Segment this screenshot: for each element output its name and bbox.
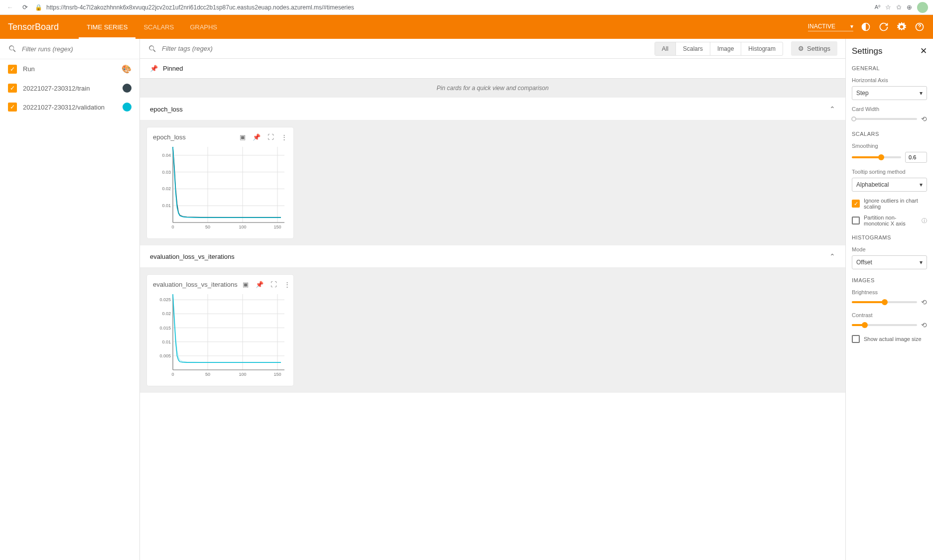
fit-icon[interactable]: ▣: [243, 281, 249, 288]
more-icon[interactable]: ⋮: [281, 133, 287, 141]
close-icon[interactable]: ✕: [920, 46, 927, 56]
refresh-data-icon[interactable]: [878, 21, 889, 32]
chevron-down-icon: ▾: [850, 23, 853, 30]
fullscreen-icon[interactable]: ⛶: [270, 281, 277, 288]
read-aloud-icon[interactable]: A⁰: [875, 4, 880, 10]
svg-text:0.02: 0.02: [162, 311, 171, 316]
pin-icon[interactable]: 📌: [253, 133, 261, 141]
favorite-icon[interactable]: ☆: [885, 3, 891, 11]
chart-eval-loss[interactable]: 0.0050.010.0150.020.025050100150: [153, 292, 287, 380]
tooltip-sort-label: Tooltip sorting method: [852, 169, 927, 175]
tag-filter-input[interactable]: [162, 45, 655, 52]
reset-icon[interactable]: ⟲: [921, 298, 927, 306]
chart-card-eval-loss: evaluation_loss_vs_iterations ▣ 📌 ⛶ ⋮ 0.…: [147, 275, 293, 386]
brightness-slider[interactable]: [852, 301, 917, 303]
palette-icon[interactable]: 🎨: [122, 64, 132, 74]
tooltip-sort-select[interactable]: Alphabetical ▾: [852, 178, 927, 192]
run-label: 20221027-230312/train: [23, 85, 117, 92]
pinned-header: 📌 Pinned: [140, 59, 845, 78]
collections-icon[interactable]: ⊕: [907, 3, 912, 11]
svg-text:0.025: 0.025: [159, 297, 171, 302]
fit-icon[interactable]: ▣: [240, 133, 246, 141]
pin-hint: Pin cards for a quick view and compariso…: [140, 78, 845, 98]
chevron-down-icon: ▾: [920, 181, 923, 188]
svg-text:0: 0: [171, 224, 174, 229]
partition-x-checkbox[interactable]: Partition non-monotonic X axis ⓘ: [852, 215, 927, 226]
contrast-slider[interactable]: [852, 324, 917, 326]
checkbox-icon: [852, 335, 860, 343]
gear-icon: ⚙: [798, 45, 804, 52]
horizontal-axis-label: Horizontal Axis: [852, 77, 927, 83]
run-item-train[interactable]: ✓ 20221027-230312/train: [0, 79, 139, 98]
tab-time-series[interactable]: TIME SERIES: [79, 15, 135, 39]
search-icon: [8, 44, 17, 53]
lock-icon: 🔒: [35, 4, 42, 11]
tab-scalars[interactable]: SCALARS: [135, 15, 182, 39]
profile-avatar[interactable]: [917, 2, 928, 13]
ignore-outliers-checkbox[interactable]: ✓ Ignore outliers in chart scaling: [852, 198, 927, 210]
chip-all[interactable]: All: [655, 42, 676, 55]
card-title: evaluation_loss_vs_iterations: [153, 281, 238, 288]
svg-text:50: 50: [205, 372, 210, 377]
svg-text:0.04: 0.04: [162, 153, 171, 158]
checkbox-checked-icon: ✓: [8, 84, 17, 93]
smoothing-input[interactable]: [905, 152, 927, 163]
help-icon[interactable]: [914, 21, 925, 32]
runs-filter: [0, 39, 139, 59]
pinned-label: Pinned: [163, 65, 183, 72]
pin-icon[interactable]: 📌: [256, 281, 264, 288]
mode-select[interactable]: Offset ▾: [852, 255, 927, 269]
back-icon[interactable]: ←: [5, 2, 15, 12]
group-header-epoch-loss[interactable]: epoch_loss ⌃: [140, 98, 845, 120]
svg-text:0.015: 0.015: [159, 326, 171, 331]
card-width-slider[interactable]: [852, 118, 917, 120]
settings-toggle-button[interactable]: ⚙ Settings: [791, 41, 837, 56]
tab-graphs[interactable]: GRAPHS: [182, 15, 225, 39]
checkbox-icon: [852, 217, 860, 224]
mode-label: Mode: [852, 246, 927, 252]
chart-epoch-loss[interactable]: 0.010.020.030.04050100150: [153, 145, 287, 232]
refresh-icon[interactable]: ⟳: [20, 2, 30, 12]
help-icon[interactable]: ⓘ: [922, 217, 927, 224]
reset-icon[interactable]: ⟲: [921, 321, 927, 329]
checkbox-checked-icon: ✓: [8, 65, 17, 74]
run-all-toggle[interactable]: ✓ Run 🎨: [0, 59, 139, 79]
card-width-label: Card Width: [852, 106, 927, 112]
main-content: All Scalars Image Histogram ⚙ Settings 📌…: [140, 39, 845, 560]
card-title: epoch_loss: [153, 133, 186, 141]
fullscreen-icon[interactable]: ⛶: [267, 133, 274, 141]
favorites-bar-icon[interactable]: ✩: [896, 3, 902, 11]
chevron-down-icon: ▾: [920, 259, 923, 266]
theme-icon[interactable]: [860, 21, 871, 32]
smoothing-slider[interactable]: [852, 156, 901, 158]
horizontal-axis-select[interactable]: Step ▾: [852, 86, 927, 100]
search-icon: [148, 44, 157, 53]
show-actual-size-checkbox[interactable]: Show actual image size: [852, 335, 927, 343]
chevron-down-icon: ▾: [920, 90, 923, 97]
address-bar[interactable]: 🔒 https://tnsrb-4c7l2akozhhnnk6x8xvuqu22…: [35, 4, 870, 11]
svg-text:150: 150: [273, 224, 281, 229]
svg-text:0.03: 0.03: [162, 170, 171, 175]
settings-btn-label: Settings: [807, 45, 830, 52]
chip-image[interactable]: Image: [710, 42, 741, 55]
svg-text:100: 100: [239, 372, 246, 377]
app-header: TensorBoard TIME SERIES SCALARS GRAPHS I…: [0, 15, 933, 39]
run-item-validation[interactable]: ✓ 20221027-230312/validation: [0, 98, 139, 116]
reset-icon[interactable]: ⟲: [921, 115, 927, 123]
chip-scalars[interactable]: Scalars: [676, 42, 710, 55]
section-histograms: HISTOGRAMS: [852, 234, 927, 240]
more-icon[interactable]: ⋮: [284, 281, 290, 288]
color-swatch[interactable]: [123, 103, 132, 112]
group-header-eval-loss[interactable]: evaluation_loss_vs_iterations ⌃: [140, 245, 845, 268]
settings-title: Settings: [852, 46, 882, 56]
brand-title: TensorBoard: [8, 22, 59, 32]
chip-histogram[interactable]: Histogram: [741, 42, 783, 55]
color-swatch[interactable]: [123, 84, 132, 93]
contrast-label: Contrast: [852, 312, 927, 318]
runs-filter-input[interactable]: [22, 45, 132, 53]
settings-gear-icon[interactable]: [896, 21, 907, 32]
run-label: 20221027-230312/validation: [23, 104, 117, 111]
group-title: evaluation_loss_vs_iterations: [150, 253, 235, 260]
checkbox-checked-icon: ✓: [8, 103, 17, 112]
reload-status[interactable]: INACTIVE ▾: [808, 23, 853, 31]
